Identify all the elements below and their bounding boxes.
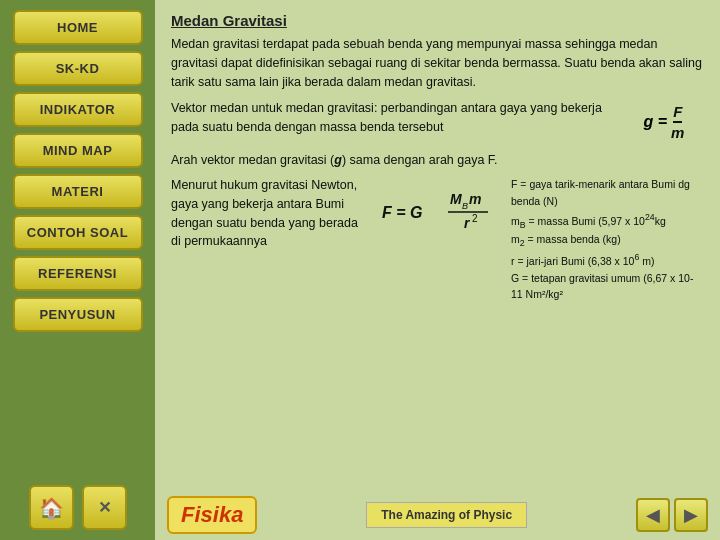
next-button[interactable]: ▶ (674, 498, 708, 532)
nav-arrows: ◀ ▶ (636, 498, 708, 532)
close-button[interactable]: ✕ (82, 485, 127, 530)
prev-icon: ◀ (646, 504, 660, 526)
sidebar-item-indikator[interactable]: INDIKATOR (13, 92, 143, 127)
legend-line-1: F = gaya tarik-menarik antara Bumi dg be… (511, 176, 704, 210)
newton-formula-box: F = G M B m r 2 (376, 176, 499, 249)
svg-text:M: M (450, 191, 462, 207)
newton-section: Menurut hukum gravitasi Newton, gaya yan… (171, 176, 704, 303)
fraction-numerator: F (673, 103, 682, 123)
sidebar-item-referensi[interactable]: REFERENSI (13, 256, 143, 291)
svg-text:B: B (462, 201, 468, 211)
bottom-bar: Fisika The Amazing of Physic ◀ ▶ (155, 490, 720, 540)
formula-inline: g = F m (644, 103, 685, 141)
sidebar-item-contoh-soal[interactable]: CONTOH SOAL (13, 215, 143, 250)
svg-text:2: 2 (472, 213, 478, 224)
svg-text:m: m (469, 191, 481, 207)
sidebar-item-penyusun[interactable]: PENYUSUN (13, 297, 143, 332)
legend-box: F = gaya tarik-menarik antara Bumi dg be… (511, 176, 704, 303)
main-area: Medan Gravitasi Medan gravitasi terdapat… (155, 0, 720, 540)
intro-text: Medan gravitasi terdapat pada sebuah ben… (171, 35, 704, 91)
sidebar: HOME SK-KD INDIKATOR MIND MAP MATERI CON… (0, 0, 155, 540)
legend-line-3: m2 = massa benda (kg) (511, 231, 704, 250)
home-button[interactable]: 🏠 (29, 485, 74, 530)
sidebar-item-materi[interactable]: MATERI (13, 174, 143, 209)
section-title: Medan Gravitasi (171, 12, 704, 29)
sidebar-item-home[interactable]: HOME (13, 10, 143, 45)
legend-line-2: mB = massa Bumi (5,97 x 1024kg (511, 210, 704, 232)
fraction-denominator: m (671, 123, 684, 141)
vector-section: Vektor medan untuk medan gravitasi: perb… (171, 99, 704, 145)
formula-g-fm: g = F m (624, 99, 704, 145)
vector-text: Vektor medan untuk medan gravitasi: perb… (171, 99, 614, 137)
next-icon: ▶ (684, 504, 698, 526)
svg-text:r: r (464, 215, 471, 231)
italic-g: g (334, 153, 342, 167)
legend-line-5: G = tetapan gravitasi umum (6,67 x 10-11… (511, 270, 704, 304)
arah-text: Arah vektor medan gravitasi (g) sama den… (171, 151, 704, 170)
close-icon: ✕ (98, 498, 111, 517)
svg-text:F = G: F = G (382, 204, 422, 221)
home-icon: 🏠 (39, 496, 64, 520)
newton-text: Menurut hukum gravitasi Newton, gaya yan… (171, 176, 364, 251)
sidebar-icons-row: 🏠 ✕ (0, 485, 155, 530)
sidebar-bottom: 🏠 ✕ (0, 485, 155, 540)
formula-fraction: F m (671, 103, 684, 141)
formula-g-label: g = (644, 113, 668, 131)
legend-line-4: r = jari-jari Bumi (6,38 x 106 m) (511, 250, 704, 269)
prev-button[interactable]: ◀ (636, 498, 670, 532)
sidebar-item-mind-map[interactable]: MIND MAP (13, 133, 143, 168)
newton-formula-svg: F = G M B m r 2 (380, 180, 495, 245)
bottom-title: The Amazing of Physic (366, 502, 527, 528)
fisika-logo: Fisika (167, 496, 257, 534)
sidebar-item-sk-kd[interactable]: SK-KD (13, 51, 143, 86)
page-container: HOME SK-KD INDIKATOR MIND MAP MATERI CON… (0, 0, 720, 540)
